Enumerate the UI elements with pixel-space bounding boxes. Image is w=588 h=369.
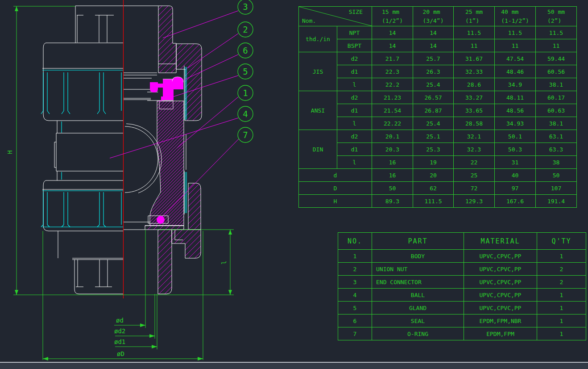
size-table-value-cell: 32.3 — [454, 143, 495, 156]
balloon-number-4: 4 — [243, 109, 248, 119]
seal-left-pad — [150, 82, 158, 92]
size-table-value-cell: 62 — [413, 182, 454, 195]
size-table-value-cell: 31 — [495, 156, 536, 169]
parts-table-cell: UPVC,CPVC,PP — [464, 302, 537, 314]
parts-table-cell: 2 — [537, 276, 586, 289]
parts-table-cell: 1 — [537, 250, 586, 263]
body-wall-section — [150, 101, 184, 226]
end-connector-top-section — [158, 6, 176, 73]
size-table-value-cell: 48.56 — [495, 104, 536, 117]
size-table-col-header: 15 mm (1/2”) — [372, 7, 413, 26]
size-table-value-cell: 22.3 — [372, 65, 413, 78]
size-table-value-cell: 191.4 — [536, 195, 577, 208]
parts-table-cell: 5 — [338, 302, 372, 314]
parts-list-table: NO.PARTMATERIALQ'TY1BODYUPVC,CPVC,PP12UN… — [338, 232, 586, 340]
size-table-value-cell: 16 — [372, 169, 413, 182]
dim-height-label: H — [6, 151, 13, 154]
size-table-value-cell: 97 — [495, 182, 536, 195]
size-table-value-cell: 48.46 — [495, 65, 536, 78]
parts-table-cell: 1 — [537, 327, 586, 340]
parts-table-cell: 4 — [338, 289, 372, 302]
size-table-value-cell: 31.67 — [454, 52, 495, 65]
parts-table-cell: O-RING — [372, 327, 464, 340]
parts-table-header: MATERIAL — [464, 233, 537, 250]
size-table-value-cell: 26.87 — [413, 104, 454, 117]
size-dimension-table: SIZENom.15 mm (1/2”)20 mm (3/4”)25 mm (1… — [298, 6, 577, 208]
parts-table-cell: BALL — [372, 289, 464, 302]
size-table-value-cell: 38.1 — [536, 117, 577, 130]
parts-table-cell: EPDM,FPM — [464, 327, 537, 340]
bottom-seat-band-section — [145, 226, 184, 230]
size-table-sub-label: l — [337, 78, 372, 91]
size-table-value-cell: 20.3 — [372, 143, 413, 156]
parts-table-cell: 1 — [338, 250, 372, 263]
ball-cavity-outline — [126, 124, 161, 193]
size-table-value-cell: 89.3 — [372, 195, 413, 208]
size-table-col-header: 25 mm (1”) — [454, 7, 495, 26]
seal-right-cap — [172, 77, 183, 89]
size-table-value-cell: 32.33 — [454, 65, 495, 78]
size-table-value-cell: 38 — [536, 156, 577, 169]
size-table-sub-label: l — [337, 156, 372, 169]
parts-table-cell: UPVC,CPVC,PP — [464, 289, 537, 302]
size-table-sub-label: l — [337, 117, 372, 130]
size-table-value-cell: 47.54 — [495, 52, 536, 65]
size-table-value-cell: 21.7 — [372, 52, 413, 65]
size-table-sub-label: NPT — [337, 26, 372, 39]
size-table-value-cell: 50 — [536, 169, 577, 182]
parts-table-cell: 1 — [537, 289, 586, 302]
end-connector-bottom-section — [158, 230, 172, 294]
parts-table-cell: BODY — [372, 250, 464, 263]
size-table-value-cell: 25.4 — [413, 78, 454, 91]
size-table-value-cell: 22.2 — [372, 78, 413, 91]
dim-diameter-D: øD — [117, 350, 124, 357]
parts-table-cell: 2 — [537, 263, 586, 276]
parts-table-cell: UPVC,CPVC,PP — [464, 263, 537, 276]
size-table-value-cell: 167.6 — [495, 195, 536, 208]
size-table-value-cell: 50.3 — [495, 143, 536, 156]
dim-diameter-d2: ød2 — [114, 327, 125, 335]
size-table-value-cell: 60.63 — [536, 104, 577, 117]
dim-diameter-d: ød — [116, 317, 124, 324]
size-table-value-cell: 111.5 — [413, 195, 454, 208]
size-table-value-cell: 11.5 — [495, 26, 536, 39]
size-table-group-label: JIS — [299, 52, 337, 91]
cad-canvas[interactable]: H l ød ød2 ød1 øD 3265147 SIZENom.15 mm … — [0, 0, 588, 369]
size-table-corner-cell: SIZENom. — [299, 7, 372, 26]
size-table-value-cell: 107 — [536, 182, 577, 195]
parts-table-cell: UPVC,CPVC,PP — [464, 250, 537, 263]
size-table-value-cell: 28.58 — [454, 117, 495, 130]
size-table-value-cell: 14 — [413, 39, 454, 52]
size-table-value-cell: 72 — [454, 182, 495, 195]
size-table-value-cell: 63.1 — [536, 130, 577, 143]
size-table-value-cell: 48.11 — [495, 91, 536, 104]
size-table-value-cell: 28.6 — [454, 78, 495, 91]
size-table-sub-label: d1 — [337, 104, 372, 117]
callout-balloons: 3265147 — [238, 0, 253, 143]
size-table-value-cell: 26.57 — [413, 91, 454, 104]
size-table-value-cell: 25.7 — [413, 52, 454, 65]
size-table-value-cell: 63.3 — [536, 143, 577, 156]
size-table-value-cell: 25.4 — [413, 117, 454, 130]
size-table-sub-label: d2 — [337, 130, 372, 143]
parts-table-cell: SEAL — [372, 314, 464, 327]
size-table-value-cell: 129.3 — [454, 195, 495, 208]
size-table-value-cell: 38.1 — [536, 78, 577, 91]
size-table-value-cell: 22.22 — [372, 117, 413, 130]
size-table-value-cell: 59.44 — [536, 52, 577, 65]
size-table-value-cell: 14 — [372, 26, 413, 39]
size-table-value-cell: 19 — [413, 156, 454, 169]
leader-3 — [163, 11, 238, 38]
size-table-row-label: H — [299, 195, 372, 208]
size-table-col-header: 40 mm (1-1/2”) — [495, 7, 536, 26]
size-table-corner-nom-label: Nom. — [302, 17, 316, 24]
balloon-number-7: 7 — [243, 130, 248, 140]
size-table-value-cell: 50 — [372, 182, 413, 195]
size-table-col-header: 50 mm (2”) — [536, 7, 577, 26]
size-table-sub-label: d1 — [337, 143, 372, 156]
size-table-value-cell: 16 — [372, 156, 413, 169]
parts-table-header: NO. — [338, 233, 372, 250]
size-table-value-cell: 33.65 — [454, 104, 495, 117]
parts-table-header: Q'TY — [537, 233, 586, 250]
size-table-value-cell: 14 — [413, 26, 454, 39]
